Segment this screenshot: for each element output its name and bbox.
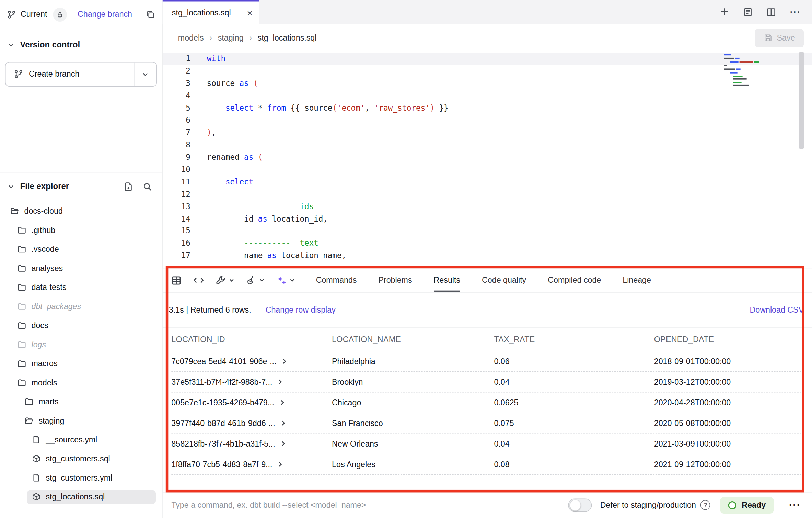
- file-tree-item-docs[interactable]: docs: [0, 316, 162, 335]
- copy-icon[interactable]: [146, 10, 155, 19]
- code-text: renamed as (: [207, 153, 263, 162]
- change-branch-link[interactable]: Change branch: [78, 10, 132, 19]
- show-code-button[interactable]: [193, 274, 204, 286]
- tab-stg-locations-sql[interactable]: stg_locations.sql ×: [163, 0, 259, 24]
- code-line: 8: [163, 139, 812, 151]
- file-tree-item-dbt-packages[interactable]: dbt_packages: [0, 297, 162, 316]
- file-tree-item-analyses[interactable]: analyses: [0, 259, 162, 278]
- file-tree-item-vscode[interactable]: .vscode: [0, 239, 162, 258]
- code-editor[interactable]: 1with23source as (45 select * from {{ so…: [163, 52, 812, 268]
- code-text: select * from {{ source('ecom', 'raw_sto…: [207, 103, 449, 113]
- search-icon[interactable]: [142, 182, 152, 191]
- file-tree-item-stg-locations-sql[interactable]: stg_locations.sql: [0, 487, 162, 506]
- breadcrumb: models›staging›stg_locations.sql: [178, 33, 317, 43]
- breadcrumb-item-stg-locations-sql[interactable]: stg_locations.sql: [258, 33, 317, 43]
- folder-icon: [18, 264, 26, 272]
- expand-cell-icon[interactable]: [277, 461, 283, 468]
- file-tree-item-pill: analyses: [12, 261, 156, 275]
- split-editor-icon[interactable]: [766, 7, 776, 16]
- close-tab-icon[interactable]: ×: [247, 8, 253, 18]
- editor-scrollbar[interactable]: [799, 52, 804, 149]
- panel-tab-code-quality[interactable]: Code quality: [482, 268, 526, 292]
- table-row[interactable]: 005e7e1c-1935-4269-b479...Chicago0.06252…: [171, 393, 804, 413]
- file-tree-item-stg-customers-sql[interactable]: stg_customers.sql: [0, 449, 162, 468]
- table-cell: 858218fb-73f7-4b1b-a31f-5...: [171, 439, 332, 448]
- line-number: 14: [163, 214, 190, 223]
- version-control-section: Version control Create branch: [0, 29, 162, 172]
- breadcrumb-item-models[interactable]: models: [178, 33, 204, 43]
- editor-menu-button[interactable]: ⋯: [789, 5, 801, 18]
- chevron-down-icon: [8, 42, 14, 48]
- file-tree-item-models[interactable]: models: [0, 373, 162, 392]
- table-cell: 0.0625: [494, 398, 654, 407]
- chevron-down-icon: [8, 183, 14, 190]
- code-line: 4: [163, 89, 812, 102]
- expand-cell-icon[interactable]: [280, 420, 286, 426]
- lint-fix-button[interactable]: [246, 275, 265, 285]
- line-number: 13: [163, 202, 190, 211]
- notebook-icon[interactable]: [743, 7, 753, 16]
- current-branch-label: Current: [21, 10, 47, 19]
- code-text: select: [207, 177, 253, 187]
- code-text: ---------- text: [207, 239, 318, 248]
- build-tools-button[interactable]: [216, 275, 234, 285]
- file-tree-item-github[interactable]: .github: [0, 221, 162, 239]
- folder-icon: [18, 283, 26, 291]
- status-badge[interactable]: Ready: [720, 497, 774, 513]
- line-number: 9: [163, 153, 190, 162]
- table-row[interactable]: 1f8ffa70-7cb5-4d83-8a7f-9...Los Angeles0…: [171, 454, 804, 475]
- breadcrumb-item-staging[interactable]: staging: [218, 33, 244, 43]
- table-row[interactable]: 858218fb-73f7-4b1b-a31f-5...New Orleans0…: [171, 433, 804, 454]
- defer-toggle[interactable]: [568, 498, 592, 512]
- file-tree-item-stg-customers-yml[interactable]: stg_customers.yml: [0, 468, 162, 487]
- create-branch-menu-button[interactable]: [134, 62, 156, 86]
- panel-tab-compiled-code[interactable]: Compiled code: [548, 268, 601, 292]
- save-button[interactable]: Save: [755, 29, 804, 47]
- file-tree-item-pill: stg_customers.yml: [27, 471, 156, 485]
- version-control-header[interactable]: Version control: [0, 32, 162, 58]
- help-icon[interactable]: ?: [700, 500, 710, 510]
- file-tree-item-data-tests[interactable]: data-tests: [0, 278, 162, 296]
- ai-assist-button[interactable]: [276, 275, 295, 285]
- table-row[interactable]: 7c079cea-5ed4-4101-906e-...Philadelphia0…: [171, 351, 804, 372]
- code-lines: 1with23source as (45 select * from {{ so…: [163, 53, 812, 262]
- command-input[interactable]: Type a command, ex. dbt build --select <…: [171, 500, 568, 510]
- expand-cell-icon[interactable]: [277, 379, 283, 385]
- file-tree-item-macros[interactable]: macros: [0, 354, 162, 373]
- folder-icon: [18, 359, 26, 368]
- file-tree-item-staging[interactable]: staging: [0, 411, 162, 430]
- file-tree-item-marts[interactable]: marts: [0, 392, 162, 411]
- file-tree-item-logs[interactable]: logs: [0, 335, 162, 354]
- render-table-button[interactable]: [171, 275, 182, 285]
- download-csv-link[interactable]: Download CSV: [750, 305, 804, 314]
- file-tree-item-pill: .github: [12, 223, 156, 237]
- file-explorer-header[interactable]: File explorer: [0, 172, 162, 196]
- expand-cell-icon[interactable]: [279, 399, 286, 406]
- new-tab-button[interactable]: [719, 7, 730, 17]
- change-row-display-link[interactable]: Change row display: [266, 305, 336, 314]
- file-name: .vscode: [31, 244, 59, 254]
- file-tree-item-docs-cloud[interactable]: docs-cloud: [0, 201, 162, 220]
- breadcrumb-row: models›staging›stg_locations.sql Save: [163, 24, 812, 51]
- table-cell: Philadelphia: [332, 357, 494, 366]
- branch-bar: Current Change branch: [0, 0, 162, 29]
- expand-cell-icon[interactable]: [281, 358, 288, 364]
- panel-tab-problems[interactable]: Problems: [378, 268, 412, 292]
- table-row[interactable]: 3977f440-b87d-461b-9dd6-...San Francisco…: [171, 413, 804, 434]
- line-number: 15: [163, 226, 190, 236]
- expand-cell-icon[interactable]: [280, 440, 286, 447]
- panel-tab-lineage[interactable]: Lineage: [623, 268, 651, 292]
- create-branch-button[interactable]: Create branch: [5, 62, 157, 87]
- panel-tab-results[interactable]: Results: [434, 268, 461, 292]
- line-number: 1: [163, 54, 190, 63]
- file-tree-item-sources-yml[interactable]: __sources.yml: [0, 430, 162, 449]
- create-branch-main[interactable]: Create branch: [5, 62, 134, 86]
- command-bar-menu-button[interactable]: ⋯: [784, 498, 805, 512]
- cell-value: 1f8ffa70-7cb5-4d83-8a7f-9...: [171, 460, 272, 469]
- panel-tab-commands[interactable]: Commands: [316, 268, 357, 292]
- table-cell: 1f8ffa70-7cb5-4d83-8a7f-9...: [171, 460, 332, 469]
- table-row[interactable]: 37e5f311-b7f4-4f2f-988b-7...Brooklyn0.04…: [171, 372, 804, 393]
- minimap[interactable]: [723, 53, 768, 94]
- new-file-button[interactable]: [124, 182, 133, 191]
- table-cell: 0.04: [494, 439, 654, 448]
